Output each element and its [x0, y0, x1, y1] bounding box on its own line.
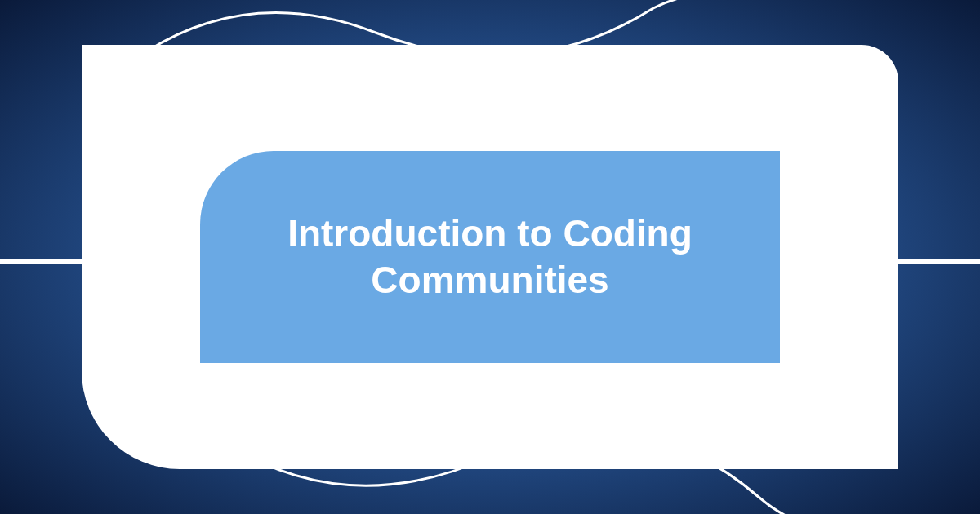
title-container: Introduction to Coding Communities [200, 151, 780, 363]
page-title: Introduction to Coding Communities [241, 210, 739, 304]
